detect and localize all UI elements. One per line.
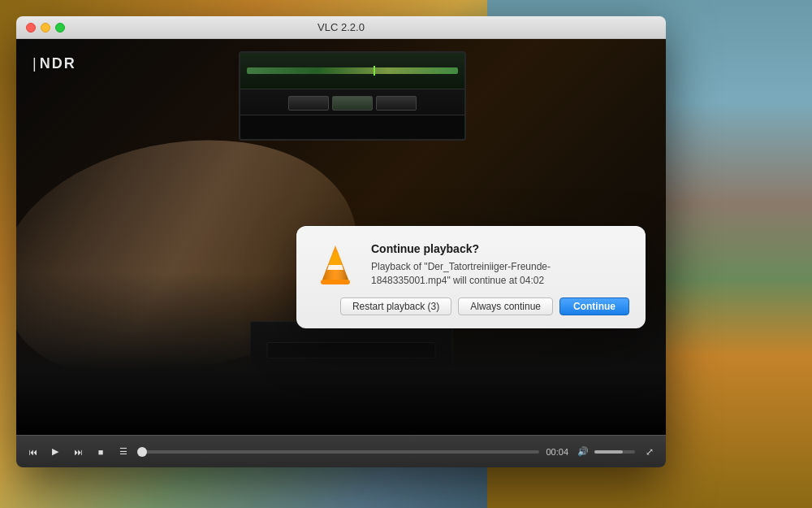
always-continue-button[interactable]: Always continue [458,297,553,315]
dialog-message: Playback of "Der_Tatortreiniiger-Freunde… [371,260,629,288]
fast-forward-button[interactable]: ⏭ [70,444,86,460]
time-display: 00:04 [546,447,568,457]
fullscreen-button[interactable]: ⤢ [641,444,658,460]
traffic-lights [26,23,65,33]
dialog-overlay: Continue playback? Playback of "Der_Tato… [16,39,666,435]
controls-bar: ⏮ ▶ ⏭ ■ ☰ 00:04 🔊 ⤢ [16,435,666,467]
dialog-buttons: Restart playback (3) Always continue Con… [313,297,629,315]
progress-thumb [137,447,147,457]
dialog-box: Continue playback? Playback of "Der_Tato… [296,226,646,328]
vlc-cone-icon [313,242,358,288]
rewind-button[interactable]: ⏮ [24,444,41,460]
svg-marker-2 [327,265,343,270]
restart-playback-button[interactable]: Restart playback (3) [340,297,451,315]
dialog-title: Continue playback? [371,242,629,255]
close-button[interactable] [26,23,36,33]
progress-bar[interactable] [138,450,539,454]
minimize-button[interactable] [41,23,50,33]
svg-rect-4 [321,280,350,284]
volume-area: 🔊 [575,444,635,460]
vlc-window: VLC 2.2.0 NDR [16,16,666,467]
dialog-content: Continue playback? Playback of "Der_Tato… [313,242,629,288]
playlist-button[interactable]: ☰ [115,444,132,460]
maximize-button[interactable] [55,23,65,33]
volume-fill [594,450,623,454]
dialog-text-area: Continue playback? Playback of "Der_Tato… [371,242,629,288]
stop-button[interactable]: ■ [93,444,109,460]
continue-button[interactable]: Continue [559,297,629,315]
video-area: NDR [16,39,666,435]
volume-icon[interactable]: 🔊 [575,444,591,460]
title-bar: VLC 2.2.0 [16,16,666,39]
play-button[interactable]: ▶ [47,444,63,460]
window-title: VLC 2.2.0 [317,21,365,33]
volume-bar[interactable] [594,450,635,454]
